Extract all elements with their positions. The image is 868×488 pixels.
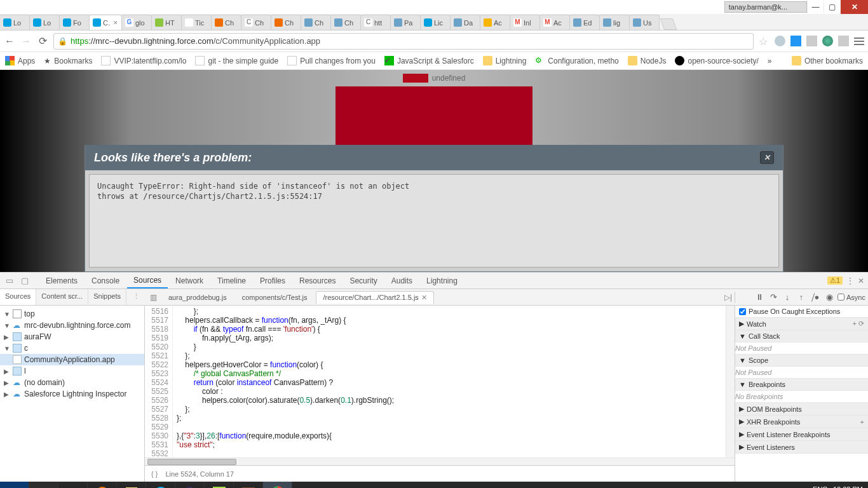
callstack-header[interactable]: ▼ Call Stack — [735, 330, 868, 342]
step-out-button[interactable]: ↑ — [796, 292, 807, 303]
ext-blue-icon[interactable] — [790, 36, 801, 46]
tree-row-4[interactable]: CommunityApplication.app — [0, 354, 144, 365]
taskbar-eclipse[interactable] — [175, 482, 205, 488]
browser-tab-10[interactable]: Ch — [301, 15, 331, 30]
devtools-tab-audits[interactable]: Audits — [385, 274, 419, 288]
source-file-test[interactable]: components/c/Test.js — [236, 292, 314, 303]
close-icon[interactable]: ✕ — [421, 294, 427, 301]
window-maximize-button[interactable]: ▢ — [824, 0, 840, 14]
bookmark-overflow-button[interactable]: » — [768, 57, 772, 65]
bookmark-oss[interactable]: open-source-society/ — [675, 56, 758, 65]
bookmark-js-sf[interactable]: ✔JavaScript & Salesforc — [384, 56, 474, 65]
devtools-close-icon[interactable]: ✕ — [858, 276, 864, 285]
tree-row-0[interactable]: ▼top — [0, 308, 144, 320]
taskbar-explorer[interactable]: 📁 — [29, 482, 58, 488]
ext-cloud-icon[interactable] — [775, 36, 785, 46]
taskbar-firefox[interactable] — [88, 482, 117, 488]
horizontal-scrollbar[interactable] — [145, 458, 735, 465]
devtools-tab-sources[interactable]: Sources — [127, 273, 168, 288]
browser-tab-8[interactable]: CCh — [241, 15, 271, 30]
star-icon[interactable]: ☆ — [759, 36, 770, 46]
vertical-scrollbar[interactable] — [726, 306, 735, 458]
step-into-button[interactable]: ↓ — [782, 292, 793, 303]
taskbar-skype[interactable]: S — [146, 482, 175, 488]
browser-tab-13[interactable]: Pa — [390, 15, 421, 30]
sources-tab-snippets[interactable]: Snippets — [88, 289, 126, 305]
bookmark-git[interactable]: git - the simple guide — [195, 56, 278, 65]
bookmark-vvip[interactable]: VVIP:latentflip.com/lo — [101, 56, 186, 65]
browser-tab-4[interactable]: Gglo — [121, 15, 152, 30]
devtools-tab-elements[interactable]: Elements — [39, 274, 84, 288]
devtools-tab-network[interactable]: Network — [169, 274, 210, 288]
browser-tab-2[interactable]: Fo — [59, 15, 90, 30]
browser-tab-7[interactable]: Ch — [211, 15, 241, 30]
chrome-menu-button[interactable] — [854, 37, 864, 45]
devtools-tab-timeline[interactable]: Timeline — [211, 274, 252, 288]
tab-close-icon[interactable]: ✕ — [113, 20, 118, 26]
nav-toggle-icon[interactable]: ▥ — [147, 293, 159, 302]
browser-tab-5[interactable]: HT — [151, 15, 182, 30]
tree-row-7[interactable]: ▶☁Salesforce Lightning Inspector — [0, 388, 144, 400]
deactivate-bp-button[interactable]: ⧸● — [810, 292, 821, 303]
browser-tab-15[interactable]: Da — [450, 15, 480, 30]
inspect-element-icon[interactable]: ▭ — [4, 275, 15, 287]
keyboard-indicator[interactable]: ENGINTL — [813, 485, 828, 488]
forward-button[interactable]: → — [20, 36, 32, 47]
other-bookmarks-button[interactable]: Other bookmarks — [792, 56, 863, 65]
devtools-tab-console[interactable]: Console — [85, 274, 126, 288]
new-tab-button[interactable] — [660, 18, 677, 30]
watch-header[interactable]: ▶ Watch+ ⟳ — [735, 318, 868, 330]
pause-exceptions-button[interactable]: ◉ — [824, 292, 835, 303]
bookmark-pull[interactable]: Pull changes from you — [287, 56, 376, 65]
bookmark-bookmarks[interactable]: ★Bookmarks — [44, 57, 92, 65]
taskbar-notepadpp[interactable] — [205, 482, 234, 488]
tree-row-5[interactable]: ▶l — [0, 365, 144, 377]
devtools-tab-resources[interactable]: Resources — [293, 274, 342, 288]
window-close-button[interactable]: ✕ — [840, 0, 868, 14]
tree-row-1[interactable]: ▼☁mrc-devubn.lightning.force.com — [0, 320, 144, 331]
code-editor[interactable]: 5516551755185519552055215522552355245525… — [145, 306, 735, 482]
sources-tree[interactable]: ▼top▼☁mrc-devubn.lightning.force.com▶aur… — [0, 306, 145, 482]
browser-tab-14[interactable]: Lic — [420, 15, 451, 30]
devtools-tab-lightning[interactable]: Lightning — [420, 274, 464, 288]
run-snippet-icon[interactable]: ▷| — [724, 293, 732, 302]
browser-tab-11[interactable]: Ch — [330, 15, 361, 30]
browser-tab-18[interactable]: MAc — [539, 15, 570, 30]
dom-bp-header[interactable]: ▶ DOM Breakpoints — [735, 403, 868, 416]
devtools-tab-profiles[interactable]: Profiles — [254, 274, 292, 288]
pause-script-button[interactable]: ⏸ — [754, 292, 765, 303]
step-over-button[interactable]: ↷ — [768, 292, 779, 303]
browser-tab-9[interactable]: Ch — [271, 15, 301, 30]
chrome-profile-badge[interactable]: tanay.barman@k... — [724, 1, 807, 13]
taskbar-notes[interactable] — [117, 482, 146, 488]
browser-tab-16[interactable]: Ac — [480, 15, 510, 30]
ext-grey-icon[interactable] — [806, 36, 817, 46]
tree-row-6[interactable]: ▶☁(no domain) — [0, 377, 144, 388]
ext-grid-icon[interactable] — [838, 36, 849, 46]
breakpoints-header[interactable]: ▼ Breakpoints — [735, 379, 868, 391]
browser-tab-6[interactable]: Tic — [181, 15, 212, 30]
sources-tab-sources[interactable]: Sources — [0, 289, 36, 305]
xhr-bp-header[interactable]: ▶ XHR Breakpoints+ — [735, 416, 868, 428]
browser-tab-17[interactable]: MInl — [510, 15, 540, 30]
tree-row-3[interactable]: ▼c — [0, 342, 144, 354]
ext-globe-icon[interactable] — [822, 36, 833, 46]
browser-tab-19[interactable]: Ed — [569, 15, 600, 30]
sources-more-icon[interactable]: ⋮ — [126, 289, 145, 305]
browser-tab-3[interactable]: Co✕ — [89, 15, 122, 30]
error-dialog-close-button[interactable]: ✕ — [760, 151, 774, 164]
event-listeners-header[interactable]: ▶ Event Listeners — [735, 441, 868, 454]
scope-header[interactable]: ▼ Scope — [735, 355, 868, 367]
window-minimize-button[interactable]: — — [807, 0, 824, 14]
source-file-aura[interactable]: aura_proddebug.js — [162, 292, 233, 303]
back-button[interactable]: ← — [4, 36, 15, 47]
reload-button[interactable]: ⟳ — [37, 36, 48, 47]
start-button[interactable] — [0, 482, 29, 488]
pause-on-exceptions-row[interactable]: Pause On Caught Exceptions — [735, 306, 868, 318]
address-bar[interactable]: 🔒 https ://mrc--devubn.lightning.force.c… — [53, 33, 754, 50]
clock[interactable]: 10:02 PM7/3/2016 — [833, 485, 863, 488]
pause-exceptions-checkbox[interactable] — [739, 308, 746, 315]
async-checkbox[interactable] — [837, 294, 844, 301]
browser-tab-1[interactable]: Lo — [29, 15, 60, 30]
taskbar-winrar[interactable] — [234, 482, 263, 488]
